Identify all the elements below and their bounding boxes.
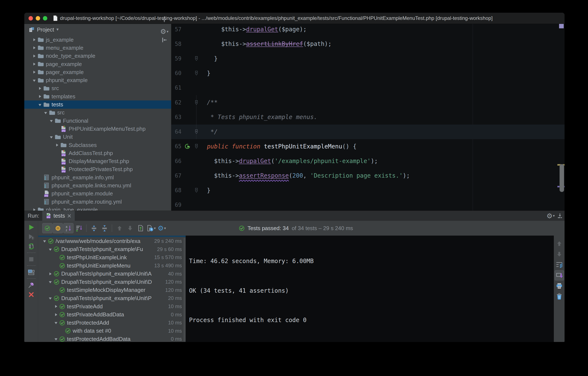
tree-chevron-icon[interactable] [53, 313, 59, 316]
test-result-row[interactable]: Drupal\Tests\phpunit_example\Unit\D120 m… [38, 278, 186, 286]
project-tree-item[interactable]: phpunit_example.info.yml [24, 173, 171, 181]
fold-marker-icon[interactable] [195, 71, 198, 76]
tree-chevron-icon[interactable] [53, 337, 59, 341]
test-console[interactable]: Time: 46.62 seconds, Memory: 6.00MB OK (… [186, 236, 554, 342]
project-tree-item[interactable]: phpphpunit_example.module [24, 190, 171, 198]
test-runner-settings-button[interactable]: ⚙▾ [157, 223, 167, 233]
rerun-tests-button[interactable] [25, 222, 37, 232]
tree-chevron-icon[interactable] [31, 38, 37, 42]
tree-chevron-icon[interactable] [31, 54, 37, 58]
tree-chevron-icon[interactable] [31, 208, 37, 211]
project-tree-item[interactable]: menu_example [24, 44, 171, 52]
editor-line[interactable]: 61 [171, 81, 565, 95]
titlebar[interactable]: drupal-testing-workshop [~/Code/os/drupa… [24, 13, 565, 24]
fold-marker-icon[interactable] [195, 188, 198, 193]
test-result-row[interactable]: testPrivateAddBadData0 ms [38, 310, 186, 319]
project-tree-item[interactable]: phpAddClassTest.php [24, 149, 171, 157]
tree-chevron-icon[interactable] [48, 135, 54, 139]
run-settings-gear-icon[interactable]: ⚙▾ [546, 212, 555, 220]
project-tree-item[interactable]: js_example [24, 36, 171, 44]
project-tree-item[interactable]: phpDisplayManagerTest.php [24, 157, 171, 165]
editor-gutter[interactable] [181, 198, 200, 211]
run-test-gutter-icon[interactable] [184, 143, 191, 150]
editor-line[interactable]: 62 /** [171, 95, 565, 110]
tree-chevron-icon[interactable] [47, 272, 53, 276]
inspection-status-square[interactable] [559, 24, 564, 28]
run-tab-tests[interactable]: php tests [42, 211, 75, 221]
collapse-all-icon[interactable] [160, 15, 168, 23]
test-result-row[interactable]: testSimpleMockDisplayManager120 ms [38, 286, 186, 294]
tree-chevron-icon[interactable] [42, 239, 48, 243]
tree-chevron-icon[interactable] [31, 70, 37, 74]
print-button[interactable] [555, 281, 564, 291]
editor-line[interactable]: 63 * Tests phpunit_example menus. [171, 110, 565, 124]
test-result-row[interactable]: Drupal\Tests\phpunit_example\Fu29 s 60 m… [38, 245, 186, 254]
show-passed-button[interactable] [42, 223, 52, 233]
editor-gutter[interactable] [181, 95, 200, 110]
tree-chevron-icon[interactable] [37, 103, 43, 106]
test-result-row[interactable]: testProtectedAdd10 ms [38, 319, 186, 327]
tree-chevron-icon[interactable] [31, 79, 37, 82]
toggle-auto-test-button[interactable] [25, 242, 37, 251]
editor-line[interactable]: 59 } [171, 51, 565, 66]
editor-gutter[interactable] [181, 110, 200, 124]
editor-line[interactable]: 66 $this->drupalGet('/examples/phpunit-e… [171, 154, 565, 168]
tree-chevron-icon[interactable] [53, 321, 59, 324]
test-result-row[interactable]: Drupal\Tests\phpunit_example\Unit\A40 ms [38, 270, 186, 278]
close-tab-button[interactable] [25, 290, 37, 299]
project-panel-header[interactable]: Project ▼ ⚙▾ [24, 24, 171, 35]
project-tree-item[interactable]: Subclasses [24, 141, 171, 149]
editor-line[interactable]: 69 [171, 198, 565, 211]
settings-icon[interactable]: ⚙▾ [160, 27, 168, 36]
project-tree-item[interactable]: phpunit_example.links.menu.yml [24, 181, 171, 189]
project-tree-item[interactable]: pager_example [24, 68, 171, 76]
editor-gutter[interactable] [181, 124, 200, 139]
minimize-window-button[interactable] [36, 16, 40, 21]
test-history-button[interactable]: ▾ [146, 223, 156, 233]
tree-chevron-icon[interactable] [37, 95, 43, 98]
fold-marker-icon[interactable] [195, 129, 198, 134]
test-result-row[interactable]: /var/www/web/modules/contrib/exa29 s 240… [38, 237, 186, 245]
fold-marker-icon[interactable] [195, 100, 198, 105]
scroll-to-end-button[interactable] [555, 270, 564, 280]
editor-gutter[interactable] [181, 168, 200, 183]
editor-line[interactable]: 67 $this->assertResponse(200, 'Descripti… [171, 168, 565, 183]
code-editor[interactable]: 57 $this->drupalGet($page);58 $this->ass… [171, 24, 565, 211]
project-tree-item[interactable]: plugin_type_example [24, 206, 171, 211]
test-result-row[interactable]: Drupal\Tests\phpunit_example\Unit\P20 ms [38, 294, 186, 302]
test-result-row[interactable]: with data set #010 ms [38, 327, 186, 335]
test-result-row[interactable]: testPhpUnitExampleMenu13 s 490 ms [38, 262, 186, 270]
editor-scrollbar[interactable] [559, 164, 564, 192]
editor-gutter[interactable] [181, 139, 200, 154]
show-ignored-button[interactable] [53, 223, 63, 233]
project-tree-item[interactable]: tests [24, 100, 171, 109]
tree-scrollbar[interactable] [184, 238, 185, 342]
project-tree-item[interactable]: Functional [24, 117, 171, 125]
project-tree-item[interactable]: phpPHPUnitExampleMenuTest.php [24, 125, 171, 133]
expand-all-button[interactable] [89, 223, 99, 233]
project-tree-item[interactable]: Unit [24, 133, 171, 141]
fold-marker-icon[interactable] [195, 56, 198, 61]
editor-line[interactable]: 58 $this->assertLinkByHref($path); [171, 37, 565, 51]
editor-line[interactable]: 57 $this->drupalGet($page); [171, 24, 565, 37]
sort-by-duration-button[interactable] [74, 223, 84, 233]
editor-gutter[interactable] [181, 154, 200, 168]
close-tab-icon[interactable] [67, 214, 71, 218]
editor-line[interactable]: 64 */ [171, 124, 565, 139]
fold-marker-icon[interactable] [195, 144, 198, 149]
editor-line[interactable]: 68 } [171, 183, 565, 198]
project-tree-item[interactable]: phpunit_example.routing.yml [24, 198, 171, 206]
project-tree-item[interactable]: src [24, 109, 171, 117]
editor-gutter[interactable] [181, 24, 200, 37]
pin-tab-button[interactable] [25, 280, 37, 290]
test-result-row[interactable]: testPhpUnitExampleLink15 s 570 ms [38, 253, 186, 262]
restore-layout-button[interactable] [25, 267, 37, 277]
project-tree-item[interactable]: node_type_example [24, 52, 171, 60]
tree-chevron-icon[interactable] [48, 119, 54, 122]
test-result-row[interactable]: testPrivateAdd10 ms [38, 302, 186, 311]
tree-chevron-icon[interactable] [47, 280, 53, 284]
chevron-down-icon[interactable]: ▼ [56, 27, 59, 32]
use-soft-wraps-button[interactable] [555, 260, 564, 270]
sort-alphabetically-button[interactable]: az [63, 223, 74, 233]
tree-chevron-icon[interactable] [47, 297, 53, 300]
